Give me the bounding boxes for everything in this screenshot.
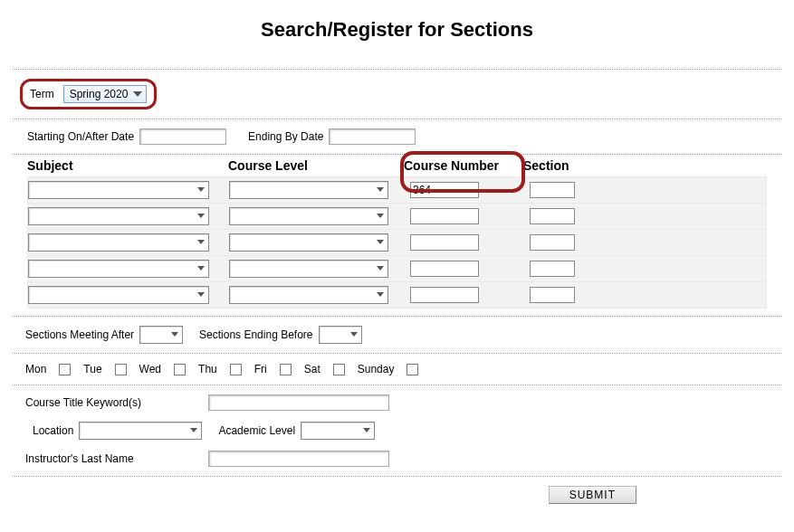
criteria-row <box>27 256 767 282</box>
header-course-number: Course Number <box>404 158 523 173</box>
divider <box>13 385 781 385</box>
course-number-input[interactable] <box>410 208 479 224</box>
svg-marker-6 <box>377 240 384 244</box>
divider <box>13 69 781 70</box>
svg-marker-2 <box>377 187 384 192</box>
day-fri-label: Fri <box>254 363 267 375</box>
section-input[interactable] <box>530 208 575 224</box>
day-wed-label: Wed <box>139 363 161 375</box>
chevron-down-icon <box>197 214 205 219</box>
meeting-after-label: Sections Meeting After <box>25 328 134 341</box>
keywords-label: Course Title Keyword(s) <box>25 396 203 409</box>
chevron-down-icon <box>197 292 205 298</box>
day-wed-checkbox[interactable] <box>174 364 186 375</box>
section-input[interactable] <box>530 261 575 277</box>
level-select[interactable] <box>229 260 388 278</box>
subject-select[interactable] <box>28 233 209 252</box>
svg-marker-12 <box>350 332 358 337</box>
instructor-input[interactable] <box>208 451 389 467</box>
day-fri-checkbox[interactable] <box>280 364 292 375</box>
criteria-row <box>27 282 767 309</box>
ending-before-select[interactable] <box>319 326 362 344</box>
chevron-down-icon <box>377 292 384 298</box>
meeting-after-select[interactable] <box>139 326 183 344</box>
svg-marker-5 <box>197 240 205 244</box>
level-select[interactable] <box>229 181 388 199</box>
chevron-down-icon <box>363 428 370 433</box>
ending-before-label: Sections Ending Before <box>199 328 312 341</box>
page-title: Search/Register for Sections <box>13 18 781 42</box>
term-value: Spring 2020 <box>70 88 129 100</box>
instructor-label: Instructor's Last Name <box>25 452 203 465</box>
svg-marker-3 <box>197 214 205 218</box>
header-level: Course Level <box>228 158 404 173</box>
term-label: Term <box>30 88 54 100</box>
chevron-down-icon <box>377 214 384 219</box>
academic-level-select[interactable] <box>301 422 375 440</box>
svg-marker-8 <box>377 266 384 271</box>
chevron-down-icon <box>377 240 384 245</box>
subject-select[interactable] <box>28 286 209 304</box>
divider <box>13 316 781 317</box>
course-number-input[interactable] <box>410 261 479 277</box>
svg-marker-7 <box>197 266 205 271</box>
criteria-row <box>27 230 767 256</box>
level-select[interactable] <box>229 286 388 304</box>
divider <box>13 476 781 477</box>
term-highlight: Term Spring 2020 <box>20 79 157 109</box>
chevron-down-icon <box>350 332 358 337</box>
submit-button[interactable]: SUBMIT <box>549 486 636 504</box>
keywords-input[interactable] <box>208 394 389 411</box>
divider <box>13 119 781 119</box>
term-select[interactable]: Spring 2020 <box>63 85 148 103</box>
divider <box>13 154 781 155</box>
divider <box>13 353 781 354</box>
section-input[interactable] <box>530 287 575 303</box>
header-subject: Subject <box>27 158 228 173</box>
svg-marker-11 <box>171 332 178 337</box>
svg-marker-0 <box>133 91 142 97</box>
day-sat-label: Sat <box>304 363 320 375</box>
chevron-down-icon <box>197 240 205 245</box>
course-number-input[interactable] <box>410 182 479 198</box>
section-input[interactable] <box>530 182 575 198</box>
course-number-input[interactable] <box>410 234 479 251</box>
svg-marker-13 <box>190 428 197 432</box>
day-mon-checkbox[interactable] <box>59 364 71 375</box>
start-date-input[interactable] <box>139 128 226 145</box>
subject-select[interactable] <box>28 207 209 225</box>
svg-marker-9 <box>197 292 205 297</box>
subject-select[interactable] <box>28 260 209 278</box>
day-tue-label: Tue <box>83 363 101 375</box>
course-number-input[interactable] <box>410 287 479 303</box>
day-thu-checkbox[interactable] <box>230 364 242 375</box>
chevron-down-icon <box>190 428 197 433</box>
end-date-input[interactable] <box>329 128 416 145</box>
end-date-label: Ending By Date <box>248 130 323 143</box>
svg-marker-4 <box>377 214 384 218</box>
svg-marker-10 <box>377 292 384 297</box>
day-tue-checkbox[interactable] <box>115 364 127 375</box>
chevron-down-icon <box>377 266 384 271</box>
location-select[interactable] <box>79 422 202 440</box>
day-sun-label: Sunday <box>358 363 395 375</box>
day-sun-checkbox[interactable] <box>407 364 418 375</box>
chevron-down-icon <box>197 266 205 271</box>
section-input[interactable] <box>530 234 575 251</box>
criteria-row <box>27 204 767 230</box>
day-sat-checkbox[interactable] <box>333 364 345 375</box>
chevron-down-icon <box>377 187 384 193</box>
day-mon-label: Mon <box>25 363 46 375</box>
svg-marker-14 <box>363 428 370 432</box>
level-select[interactable] <box>229 233 388 252</box>
criteria-row <box>27 176 767 204</box>
start-date-label: Starting On/After Date <box>27 130 134 143</box>
day-thu-label: Thu <box>198 363 217 375</box>
header-section: Section <box>523 158 590 173</box>
chevron-down-icon <box>171 332 178 337</box>
level-select[interactable] <box>229 207 388 225</box>
location-label: Location <box>33 424 73 437</box>
chevron-down-icon <box>197 187 205 193</box>
chevron-down-icon <box>133 91 142 98</box>
subject-select[interactable] <box>28 181 209 199</box>
